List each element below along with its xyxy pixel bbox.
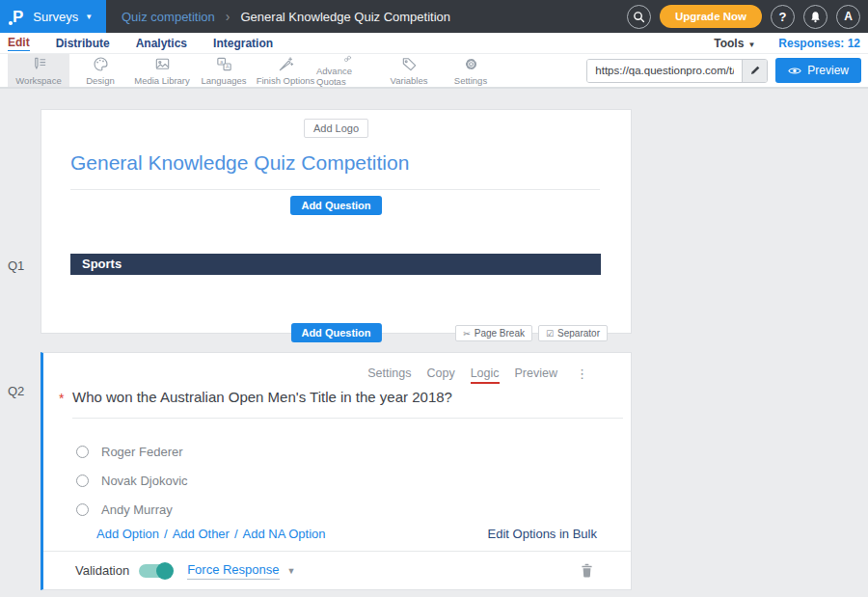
toolbar-item-design[interactable]: Design bbox=[69, 54, 131, 87]
svg-text:a: a bbox=[220, 59, 223, 65]
toolbar-right: Preview bbox=[586, 54, 868, 87]
more-options-icon[interactable]: ⋮ bbox=[576, 366, 588, 381]
top-header: P Surveys ▼ Quiz competition › General K… bbox=[0, 0, 868, 33]
tools-menu[interactable]: Tools▼ bbox=[714, 37, 755, 50]
toolbar-item-advance-quotas[interactable]: Advance Quotas bbox=[316, 54, 378, 87]
upgrade-now-button[interactable]: Upgrade Now bbox=[660, 5, 762, 28]
survey-title[interactable]: General Knowledge Quiz Competition bbox=[70, 151, 600, 190]
breadcrumb: Quiz competition › General Knowledge Qui… bbox=[122, 9, 450, 24]
toolbar-item-settings[interactable]: Settings bbox=[440, 54, 502, 87]
add-question-button[interactable]: Add Question bbox=[290, 196, 381, 215]
workspace-icon bbox=[30, 55, 48, 73]
question-preview-link[interactable]: Preview bbox=[515, 366, 557, 380]
survey-url-input[interactable] bbox=[587, 60, 742, 82]
pencil-icon bbox=[749, 65, 761, 76]
tab-edit[interactable]: Edit bbox=[8, 36, 30, 51]
chain-icon bbox=[339, 54, 357, 64]
toolbar-item-label: Settings bbox=[454, 75, 487, 86]
question-text-row: * Who won the Australian Open Men's Titl… bbox=[43, 389, 623, 419]
responses-count[interactable]: Responses: 12 bbox=[778, 37, 860, 50]
answer-options: Roger Federer Novak Djokovic Andy Murray bbox=[76, 437, 188, 524]
between-questions-row: Add Question ✂ Page Break ☑ Separator bbox=[41, 323, 631, 342]
header-actions: Upgrade Now ? A bbox=[627, 5, 868, 29]
scissors-icon: ✂ bbox=[463, 329, 471, 339]
tab-integration[interactable]: Integration bbox=[213, 37, 273, 50]
tab-distribute[interactable]: Distribute bbox=[56, 37, 110, 50]
preview-button[interactable]: Preview bbox=[775, 58, 861, 83]
eye-icon bbox=[788, 67, 801, 75]
radio-button-icon[interactable] bbox=[76, 475, 89, 487]
add-na-option-link[interactable]: Add NA Option bbox=[243, 527, 326, 541]
link-separator: / bbox=[164, 527, 168, 541]
add-other-link[interactable]: Add Other bbox=[173, 527, 230, 541]
add-option-link[interactable]: Add Option bbox=[96, 527, 159, 541]
survey-url-group bbox=[586, 59, 768, 83]
breadcrumb-parent[interactable]: Quiz competition bbox=[122, 10, 215, 24]
answer-option-row: Andy Murray bbox=[76, 495, 188, 524]
answer-option-row: Roger Federer bbox=[76, 437, 188, 466]
toolbar-item-media-library[interactable]: Media Library bbox=[131, 54, 193, 87]
chevron-down-icon: ▼ bbox=[287, 566, 296, 576]
toolbar-item-label: Languages bbox=[201, 75, 246, 86]
question-mark-icon: ? bbox=[779, 10, 787, 24]
survey-canvas: Q1 Q2 Add Logo General Knowledge Quiz Co… bbox=[0, 89, 868, 597]
editor-toolbar: Workspace Design Media Library a A Langu… bbox=[0, 54, 868, 89]
avatar-letter: A bbox=[844, 10, 853, 23]
page-break-label: Page Break bbox=[475, 328, 525, 339]
toolbar-item-label: Media Library bbox=[134, 75, 190, 86]
question-number-q1: Q1 bbox=[8, 258, 24, 273]
tag-icon bbox=[400, 55, 419, 73]
add-logo-row: Add Logo bbox=[41, 110, 631, 138]
search-button[interactable] bbox=[627, 5, 651, 29]
separator-button[interactable]: ☑ Separator bbox=[538, 325, 608, 341]
chevron-down-icon: ▼ bbox=[747, 41, 755, 49]
edit-options-bulk-link[interactable]: Edit Options in Bulk bbox=[488, 527, 597, 541]
wand-icon bbox=[277, 55, 295, 73]
option-label[interactable]: Andy Murray bbox=[101, 502, 173, 517]
tools-label: Tools bbox=[714, 37, 744, 50]
add-question-button[interactable]: Add Question bbox=[290, 323, 381, 342]
question-copy-link[interactable]: Copy bbox=[426, 366, 454, 380]
radio-button-icon[interactable] bbox=[76, 446, 89, 458]
gear-icon bbox=[462, 55, 480, 73]
nav-right: Tools▼ Responses: 12 bbox=[714, 37, 860, 50]
tab-analytics[interactable]: Analytics bbox=[136, 37, 187, 50]
validation-type-dropdown[interactable]: Force Response bbox=[187, 562, 279, 580]
toggle-knob bbox=[156, 562, 174, 580]
option-label[interactable]: Novak Djokovic bbox=[101, 474, 188, 488]
search-icon bbox=[633, 11, 645, 23]
product-menu[interactable]: P Surveys ▼ bbox=[0, 0, 106, 33]
checkbox-icon: ☑ bbox=[546, 329, 554, 339]
survey-head-block: Add Logo General Knowledge Quiz Competit… bbox=[41, 109, 632, 334]
help-button[interactable]: ? bbox=[771, 5, 795, 29]
question-logic-link[interactable]: Logic bbox=[471, 366, 500, 384]
product-menu-label: Surveys bbox=[33, 10, 78, 24]
toolbar-item-finish-options[interactable]: Finish Options bbox=[255, 54, 316, 87]
account-avatar[interactable]: A bbox=[836, 5, 860, 29]
link-separator: / bbox=[234, 527, 238, 541]
preview-label: Preview bbox=[807, 64, 849, 77]
required-asterisk: * bbox=[59, 391, 64, 406]
toolbar-item-workspace[interactable]: Workspace bbox=[8, 54, 69, 87]
page-break-button[interactable]: ✂ Page Break bbox=[455, 325, 532, 341]
toolbar-item-label: Finish Options bbox=[257, 75, 315, 86]
edit-url-button[interactable] bbox=[742, 60, 767, 82]
toolbar-item-languages[interactable]: a A Languages bbox=[193, 54, 255, 87]
add-logo-button[interactable]: Add Logo bbox=[304, 119, 368, 138]
notifications-button[interactable] bbox=[803, 5, 827, 29]
question-text[interactable]: Who won the Australian Open Men's Title … bbox=[72, 389, 623, 419]
trash-icon bbox=[581, 563, 593, 578]
toolbar-item-variables[interactable]: Variables bbox=[378, 54, 440, 87]
delete-question-button[interactable] bbox=[581, 563, 593, 578]
radio-button-icon[interactable] bbox=[76, 503, 89, 516]
question-settings-link[interactable]: Settings bbox=[367, 366, 411, 380]
section-header-q1[interactable]: Sports bbox=[70, 254, 601, 275]
add-question-row-top: Add Question bbox=[41, 196, 631, 215]
validation-toggle[interactable] bbox=[139, 564, 172, 578]
toolbar-item-label: Variables bbox=[391, 75, 428, 86]
toolbar-item-label: Design bbox=[86, 75, 115, 86]
translate-icon: a A bbox=[215, 55, 233, 73]
option-label[interactable]: Roger Federer bbox=[101, 445, 183, 459]
question-number-q2: Q2 bbox=[8, 384, 24, 398]
svg-text:A: A bbox=[225, 64, 229, 69]
